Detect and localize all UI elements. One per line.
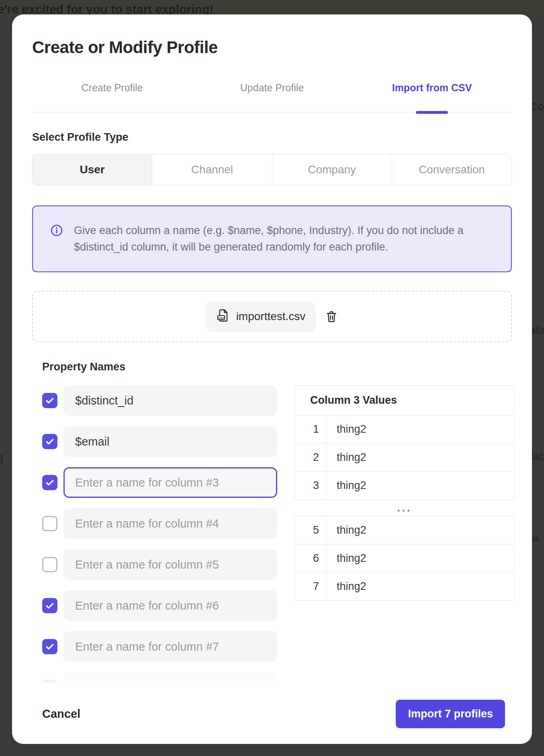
check-icon [45, 600, 55, 611]
profile-type-segmented-control: User Channel Company Conversation [32, 154, 512, 185]
csv-dropzone[interactable]: csv importtest.csv [32, 291, 512, 342]
preview-table-bottom: 5 thing2 6 thing2 7 thing2 [294, 516, 514, 601]
check-icon [45, 395, 55, 406]
profile-type-label: Select Profile Type [32, 131, 512, 144]
property-checkbox[interactable] [42, 598, 57, 613]
property-row [42, 672, 277, 688]
background-text-fragment: g [0, 451, 4, 464]
create-or-modify-profile-modal: Create or Modify Profile Create Profile … [12, 14, 532, 744]
background-banner-text: e're excited for you to start exploring! [0, 2, 213, 16]
property-row [42, 467, 277, 498]
uploaded-file-chip[interactable]: csv importtest.csv [206, 302, 316, 332]
table-row: 1 thing2 [295, 415, 514, 443]
check-icon [45, 682, 55, 688]
table-row: 2 thing2 [295, 443, 514, 471]
profile-type-company[interactable]: Company [272, 154, 392, 185]
property-row [42, 385, 277, 416]
property-checkbox[interactable] [42, 639, 57, 654]
property-row [42, 426, 277, 457]
profile-type-user[interactable]: User [33, 154, 152, 185]
tab-create-profile[interactable]: Create Profile [32, 82, 192, 112]
property-name-input[interactable] [63, 467, 277, 498]
info-note: Give each column a name (e.g. $name, $ph… [32, 205, 512, 272]
preview-table-ellipsis: ... [294, 500, 514, 516]
property-name-input[interactable] [63, 508, 277, 539]
info-note-text: Give each column a name (e.g. $name, $ph… [74, 222, 480, 255]
import-profiles-button[interactable]: Import 7 profiles [396, 700, 505, 728]
modal-title: Create or Modify Profile [32, 38, 512, 57]
csv-file-icon: csv [216, 308, 231, 325]
property-checkbox[interactable] [42, 475, 57, 490]
preview-table-header: Column 3 Values [295, 386, 514, 415]
preview-table-top: Column 3 Values 1 thing2 2 thing2 3 thin… [294, 385, 514, 500]
table-row: 7 thing2 [295, 572, 514, 600]
svg-text:csv: csv [218, 316, 224, 319]
column-values-preview: Column 3 Values 1 thing2 2 thing2 3 thin… [294, 385, 514, 601]
property-row [42, 590, 277, 621]
uploaded-file-name: importtest.csv [236, 310, 306, 323]
tab-update-profile[interactable]: Update Profile [192, 82, 352, 112]
property-name-input[interactable] [63, 426, 277, 457]
property-names-list [42, 385, 277, 688]
property-checkbox[interactable] [42, 516, 57, 531]
property-row [42, 508, 277, 539]
background-text-fragment: lab [530, 450, 544, 463]
property-row [42, 549, 277, 580]
property-name-input[interactable] [63, 631, 277, 662]
property-names-label: Property Names [42, 361, 532, 373]
property-row [42, 631, 277, 662]
property-checkbox[interactable] [42, 557, 57, 572]
property-name-input[interactable] [63, 549, 277, 580]
table-row: 3 thing2 [295, 471, 514, 499]
profile-type-channel[interactable]: Channel [152, 154, 272, 185]
property-checkbox[interactable] [42, 393, 57, 408]
cancel-button[interactable]: Cancel [42, 707, 80, 721]
property-name-input[interactable] [63, 672, 277, 688]
property-name-input[interactable] [63, 385, 277, 416]
property-name-input[interactable] [63, 590, 277, 621]
check-icon [45, 477, 55, 488]
trash-icon [325, 310, 338, 323]
modal-tabs: Create Profile Update Profile Import fro… [32, 82, 512, 113]
check-icon [45, 641, 55, 652]
info-icon [50, 224, 63, 239]
table-row: 5 thing2 [295, 516, 514, 544]
tab-import-from-csv[interactable]: Import from CSV [352, 82, 512, 112]
profile-type-conversation[interactable]: Conversation [392, 154, 511, 185]
property-checkbox[interactable] [42, 434, 57, 449]
remove-file-button[interactable] [325, 310, 338, 323]
background-text-fragment: a [533, 532, 539, 544]
property-checkbox[interactable] [42, 680, 57, 688]
check-icon [45, 436, 55, 447]
table-row: 6 thing2 [295, 544, 514, 572]
